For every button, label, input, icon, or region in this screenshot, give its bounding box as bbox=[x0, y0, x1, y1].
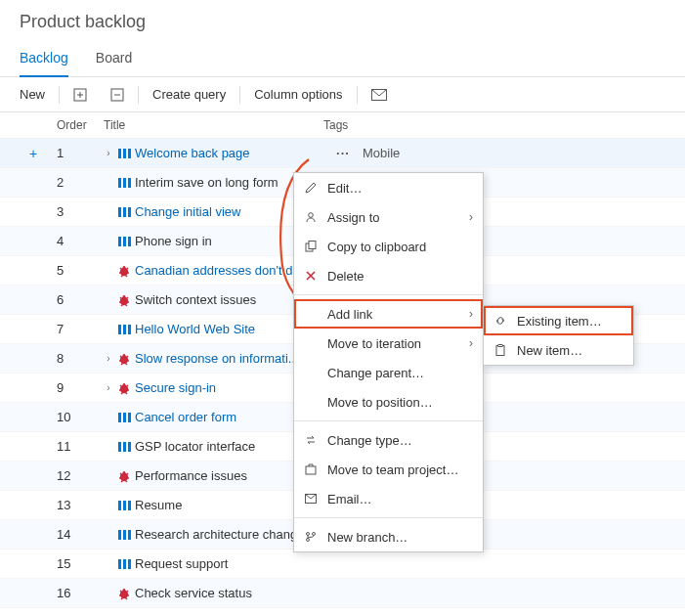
branch-icon bbox=[304, 531, 318, 543]
row-order: 7 bbox=[57, 322, 104, 336]
work-item-title[interactable]: Request support bbox=[135, 556, 228, 571]
pbi-icon bbox=[117, 176, 131, 190]
row-order: 12 bbox=[57, 468, 104, 483]
project-icon bbox=[304, 463, 318, 475]
work-item-title[interactable]: GSP locator interface bbox=[135, 439, 255, 454]
menu-move-iteration[interactable]: Move to iteration› bbox=[294, 329, 483, 358]
row-order: 13 bbox=[57, 498, 104, 512]
menu-copy[interactable]: Copy to clipboard bbox=[294, 232, 483, 261]
context-menu: Edit… Assign to› Copy to clipboard Delet… bbox=[293, 172, 484, 552]
col-tags: Tags bbox=[323, 118, 685, 132]
col-title: Title bbox=[104, 118, 323, 132]
chevron-right-icon[interactable]: › bbox=[104, 382, 113, 393]
row-order: 10 bbox=[57, 410, 104, 424]
work-item-title[interactable]: Cancel order form bbox=[135, 410, 236, 424]
add-child-icon[interactable]: + bbox=[29, 146, 57, 161]
swap-icon bbox=[304, 434, 318, 446]
column-options-button[interactable]: Column options bbox=[242, 81, 354, 108]
tab-bar: Backlog Board bbox=[0, 36, 685, 77]
svg-rect-10 bbox=[309, 242, 316, 249]
link-icon bbox=[493, 315, 507, 327]
more-actions-icon[interactable]: ··· bbox=[336, 146, 350, 160]
create-query-button[interactable]: Create query bbox=[141, 81, 237, 108]
pbi-icon bbox=[117, 528, 131, 542]
row-order: 4 bbox=[57, 234, 104, 248]
pbi-icon bbox=[117, 235, 131, 248]
row-order: 9 bbox=[57, 380, 104, 395]
bug-icon bbox=[117, 587, 131, 600]
row-order: 11 bbox=[57, 439, 104, 454]
pbi-icon bbox=[117, 205, 131, 219]
toolbar: New Create query Column options bbox=[0, 77, 685, 112]
menu-separator bbox=[294, 420, 483, 421]
work-item-title[interactable]: Secure sign-in bbox=[135, 380, 216, 395]
row-order: 15 bbox=[57, 556, 104, 571]
chevron-right-icon: › bbox=[469, 210, 473, 224]
svg-rect-17 bbox=[498, 345, 502, 347]
delete-icon bbox=[304, 270, 318, 282]
tab-board[interactable]: Board bbox=[96, 50, 132, 76]
work-item-title[interactable]: Change initial view bbox=[135, 204, 240, 219]
add-link-submenu: Existing item… New item… bbox=[483, 305, 634, 366]
table-row[interactable]: +1›Welcome back page···Mobile bbox=[0, 139, 685, 168]
pbi-icon bbox=[117, 147, 131, 160]
work-item-title[interactable]: Phone sign in bbox=[135, 234, 212, 248]
menu-add-link[interactable]: Add link› bbox=[294, 299, 483, 329]
col-order: Order bbox=[57, 118, 104, 132]
work-item-title[interactable]: Research architecture changes bbox=[135, 527, 311, 542]
submenu-new-item[interactable]: New item… bbox=[484, 335, 633, 365]
copy-icon bbox=[304, 241, 318, 252]
separator bbox=[59, 86, 60, 104]
work-item-title[interactable]: Resume bbox=[135, 498, 182, 512]
svg-rect-11 bbox=[306, 466, 316, 474]
new-button[interactable]: New bbox=[8, 81, 57, 108]
row-order: 1 bbox=[57, 146, 104, 160]
menu-move-position[interactable]: Move to position… bbox=[294, 387, 483, 417]
work-item-title[interactable]: Interim save on long form bbox=[135, 175, 278, 190]
mail-icon bbox=[304, 494, 318, 504]
separator bbox=[239, 86, 240, 104]
work-item-title[interactable]: Canadian addresses don't di... bbox=[135, 263, 306, 278]
work-item-title[interactable]: Check service status bbox=[135, 586, 252, 600]
menu-change-parent[interactable]: Change parent… bbox=[294, 358, 483, 387]
svg-point-8 bbox=[309, 213, 314, 218]
row-order: 3 bbox=[57, 204, 104, 219]
row-order: 6 bbox=[57, 292, 104, 307]
menu-separator bbox=[294, 294, 483, 295]
clipboard-icon bbox=[493, 344, 507, 356]
row-order: 5 bbox=[57, 263, 104, 278]
menu-change-type[interactable]: Change type… bbox=[294, 425, 483, 455]
separator bbox=[357, 86, 358, 104]
tab-backlog[interactable]: Backlog bbox=[20, 50, 68, 77]
bug-icon bbox=[117, 381, 131, 395]
table-row[interactable]: 16Check service status bbox=[0, 579, 685, 608]
menu-new-branch[interactable]: New branch… bbox=[294, 522, 483, 551]
pbi-icon bbox=[117, 499, 131, 512]
menu-move-team[interactable]: Move to team project… bbox=[294, 455, 483, 484]
collapse-icon[interactable] bbox=[99, 82, 136, 108]
chevron-right-icon[interactable]: › bbox=[104, 353, 113, 364]
work-item-title[interactable]: Hello World Web Site bbox=[135, 322, 255, 336]
work-item-title[interactable]: Performance issues bbox=[135, 468, 247, 483]
work-item-title[interactable]: Switch context issues bbox=[135, 292, 256, 307]
menu-edit[interactable]: Edit… bbox=[294, 173, 483, 202]
bug-icon bbox=[117, 469, 131, 483]
expand-icon[interactable] bbox=[62, 82, 99, 108]
bug-icon bbox=[117, 293, 131, 307]
work-item-title[interactable]: Welcome back page bbox=[135, 146, 250, 160]
submenu-existing-item[interactable]: Existing item… bbox=[484, 306, 633, 335]
svg-point-14 bbox=[313, 533, 316, 536]
column-headers: Order Title Tags bbox=[0, 112, 685, 139]
table-row[interactable]: 15Request support bbox=[0, 550, 685, 579]
row-tags: Mobile bbox=[363, 146, 685, 160]
chevron-right-icon[interactable]: › bbox=[104, 148, 113, 158]
menu-email[interactable]: Email… bbox=[294, 484, 483, 513]
work-item-title[interactable]: Slow response on informati... bbox=[135, 351, 299, 366]
svg-point-13 bbox=[307, 533, 310, 536]
menu-assign-to[interactable]: Assign to› bbox=[294, 202, 483, 232]
separator bbox=[138, 86, 139, 104]
pbi-icon bbox=[117, 323, 131, 336]
row-order: 2 bbox=[57, 175, 104, 190]
email-icon[interactable] bbox=[360, 83, 399, 107]
menu-delete[interactable]: Delete bbox=[294, 261, 483, 290]
